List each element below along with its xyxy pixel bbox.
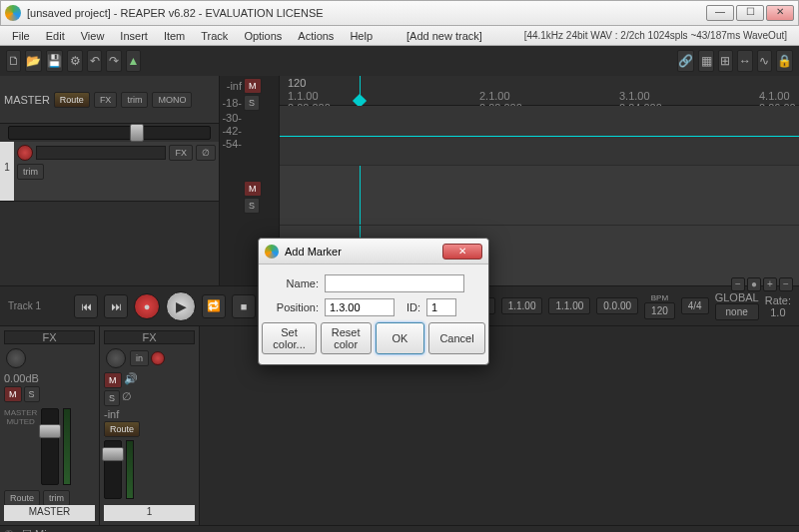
main-toolbar: 🗋 📂 💾 ⚙ ↶ ↷ ▲ 🔗 ▦ ⊞ ↔ ∿ 🔒 — [0, 46, 799, 76]
new-project-icon[interactable]: 🗋 — [6, 50, 21, 72]
menu-actions[interactable]: Actions — [290, 28, 342, 44]
grid-icon[interactable]: ▦ — [698, 50, 713, 72]
app-icon — [5, 5, 21, 21]
zoom-scroll-icon[interactable]: ● — [747, 277, 761, 291]
titlebar: [unsaved project] - REAPER v6.82 - EVALU… — [0, 0, 799, 26]
mixer-master-solo[interactable]: S — [24, 386, 40, 402]
track-solo-button[interactable]: S — [244, 198, 260, 214]
master-fx-button[interactable]: FX — [94, 92, 118, 108]
menu-options[interactable]: Options — [236, 28, 290, 44]
repeat-button[interactable]: 🔁 — [202, 294, 226, 318]
sel-end[interactable]: 1.1.00 — [501, 297, 543, 314]
ok-button[interactable]: OK — [376, 322, 425, 354]
envelope-icon[interactable]: ∿ — [757, 50, 772, 72]
automation-mode[interactable]: none — [715, 303, 759, 320]
marker-id-input[interactable] — [426, 298, 456, 316]
snap-icon[interactable]: ⊞ — [718, 50, 733, 72]
status-indicator[interactable]: ① — [4, 528, 14, 532]
statusbar: ① ☐ Mixer — [0, 525, 799, 532]
save-project-icon[interactable]: 💾 — [46, 50, 63, 72]
track-mute-button[interactable]: M — [244, 181, 262, 197]
id-label: ID: — [400, 301, 420, 313]
master-lane[interactable] — [280, 106, 799, 166]
close-button[interactable]: ✕ — [766, 5, 794, 21]
undo-icon[interactable]: ↶ — [87, 50, 102, 72]
dialog-close-button[interactable]: ✕ — [442, 244, 482, 260]
mixer-track-fader[interactable] — [104, 440, 122, 499]
master-mono-button[interactable]: MONO — [152, 92, 192, 108]
goto-start-button[interactable]: ⏮ — [74, 294, 98, 318]
master-fader[interactable] — [8, 126, 211, 140]
maximize-button[interactable]: ☐ — [736, 5, 764, 21]
mixer-track-label[interactable]: 1 — [104, 505, 195, 521]
sel-zero[interactable]: 0.0.00 — [596, 297, 638, 314]
track-fx-bypass[interactable]: ∅ — [196, 145, 216, 161]
track-pan-knob[interactable] — [106, 348, 126, 368]
mixer-master-fx[interactable]: FX — [4, 330, 95, 344]
ripple-icon[interactable]: ↔ — [737, 50, 752, 72]
mixer-track-fx[interactable]: FX — [104, 330, 195, 344]
menu-file[interactable]: File — [4, 28, 38, 44]
menu-view[interactable]: View — [73, 28, 113, 44]
mixer-master-trim[interactable]: trim — [43, 490, 70, 506]
track-lane[interactable] — [280, 166, 799, 226]
track-trim-button[interactable]: trim — [17, 164, 44, 180]
menu-edit[interactable]: Edit — [38, 28, 73, 44]
master-route-button[interactable]: Route — [54, 92, 90, 108]
marker-position-input[interactable] — [325, 298, 395, 316]
goto-end-button[interactable]: ⏭ — [104, 294, 128, 318]
add-new-track[interactable]: [Add new track] — [399, 28, 490, 44]
track-name-field[interactable] — [36, 146, 166, 160]
settings-icon[interactable]: ⚙ — [67, 50, 82, 72]
speaker-icon[interactable]: 🔊 — [124, 372, 138, 388]
open-project-icon[interactable]: 📂 — [25, 50, 42, 72]
dialog-titlebar[interactable]: Add Marker ✕ — [259, 239, 488, 265]
mixer-master-label[interactable]: MASTER — [4, 505, 95, 521]
mixer-master-mute[interactable]: M — [4, 386, 22, 402]
master-trim-button[interactable]: trim — [121, 92, 148, 108]
record-button[interactable]: ● — [134, 293, 160, 319]
mixer-master-fader[interactable] — [41, 408, 59, 485]
marker-name-input[interactable] — [325, 274, 464, 292]
tempo-display[interactable]: 120 — [288, 77, 306, 89]
mixer-track-solo[interactable]: S — [104, 390, 120, 406]
record-arm-button[interactable] — [17, 145, 33, 161]
menubar: File Edit View Insert Item Track Options… — [0, 26, 799, 46]
stop-button[interactable]: ■ — [232, 294, 256, 318]
menu-help[interactable]: Help — [342, 28, 381, 44]
menu-item[interactable]: Item — [156, 28, 193, 44]
track-fx-button[interactable]: FX — [169, 145, 193, 161]
set-color-button[interactable]: Set color... — [262, 322, 316, 354]
phase-icon[interactable]: ∅ — [122, 390, 132, 406]
play-button[interactable]: ▶ — [166, 291, 196, 321]
master-mute-button[interactable]: M — [244, 78, 262, 94]
mixer-track-mute[interactable]: M — [104, 372, 122, 388]
mixer-master-strip: FX 0.00dB MS MASTER MUTED Route trim MAS… — [0, 326, 100, 525]
cancel-button[interactable]: Cancel — [428, 322, 484, 354]
zoom-in-icon[interactable]: + — [763, 277, 777, 291]
metronome-icon[interactable]: ▲ — [126, 50, 141, 72]
time-sig[interactable]: 4/4 — [681, 297, 709, 314]
reset-color-button[interactable]: Reset color — [321, 322, 372, 354]
zoom-out-icon[interactable]: − — [731, 277, 745, 291]
name-label: Name: — [271, 277, 319, 289]
minimize-button[interactable]: — — [706, 5, 734, 21]
master-pan-knob[interactable] — [6, 348, 26, 368]
menu-track[interactable]: Track — [193, 28, 236, 44]
redo-icon[interactable]: ↷ — [106, 50, 121, 72]
mixer-track-route[interactable]: Route — [104, 421, 140, 437]
mixer-master-route[interactable]: Route — [4, 490, 40, 506]
zoom-reset-icon[interactable]: − — [779, 277, 793, 291]
lock-icon[interactable]: 🔒 — [776, 50, 793, 72]
bpm-field[interactable]: 120 — [644, 302, 675, 319]
link-icon[interactable]: 🔗 — [677, 50, 694, 72]
mixer-toggle[interactable]: ☐ Mixer — [22, 528, 62, 532]
rate-field[interactable]: 1.0 — [765, 306, 791, 318]
master-solo-button[interactable]: S — [244, 95, 260, 111]
mixer-recarm-button[interactable] — [151, 351, 165, 365]
menu-insert[interactable]: Insert — [112, 28, 156, 44]
track-number[interactable]: 1 — [0, 142, 14, 201]
sel-len[interactable]: 1.1.00 — [548, 297, 590, 314]
dialog-title: Add Marker — [285, 246, 342, 258]
mixer-input-button[interactable]: in — [130, 350, 149, 366]
